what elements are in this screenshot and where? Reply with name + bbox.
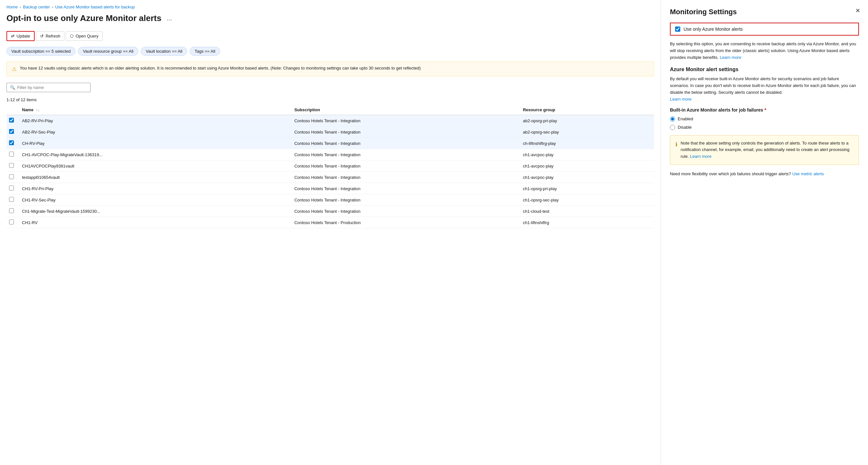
row-checkbox[interactable] xyxy=(9,208,14,213)
row-resource-group: ab2-opsrg-sec-play xyxy=(519,127,654,138)
row-name: CH-RV-Play xyxy=(18,138,290,149)
filters-row: Vault subscription == 5 selected Vault r… xyxy=(0,44,660,59)
option-desc-text: By selecting this option, you are consen… xyxy=(670,41,856,60)
breadcrumb-sep-2: › xyxy=(52,4,53,9)
row-resource-group: ch1-cloud-test xyxy=(519,206,654,217)
open-query-label: Open Query xyxy=(75,34,98,38)
th-checkbox xyxy=(6,105,18,115)
info-icon: ℹ xyxy=(676,140,677,149)
row-checkbox[interactable] xyxy=(9,152,14,157)
row-name: AB2-RV-Pri-Play xyxy=(18,115,290,127)
close-button[interactable]: ✕ xyxy=(854,6,862,15)
row-subscription: Contoso Hotels Tenant - Integration xyxy=(290,138,519,149)
ellipsis-button[interactable]: ... xyxy=(165,14,174,23)
row-resource-group: ch-liftnshiftrg-play xyxy=(519,138,654,149)
th-resource-group: Resource group xyxy=(519,105,654,115)
row-name: CH1-RV-Sec-Play xyxy=(18,194,290,206)
row-resource-group: ch1-opsrg-pri-play xyxy=(519,183,654,194)
filter-resource-group[interactable]: Vault resource group == All xyxy=(78,47,138,56)
th-name[interactable]: Name ↑↓ xyxy=(18,105,290,115)
page-title: Opt-in to use only Azure Monitor alerts xyxy=(6,13,161,23)
open-query-button[interactable]: ⬡ Open Query xyxy=(66,31,102,41)
radio-enabled-label: Enabled xyxy=(678,117,693,121)
items-count: 1-12 of 12 items xyxy=(0,96,660,105)
left-panel: Home › Backup center › Use Azure Monitor… xyxy=(0,0,661,465)
table-row: Ch1-Migrate-Test-MigrateVault-1599230...… xyxy=(6,206,654,217)
radio-title-row: Built-in Azure Monitor alerts for job fa… xyxy=(670,107,859,112)
row-subscription: Contoso Hotels Tenant - Integration xyxy=(290,127,519,138)
toolbar: ⇄ Update ↺ Refresh ⬡ Open Query xyxy=(0,29,660,44)
azure-monitor-label[interactable]: Use only Azure Monitor alerts xyxy=(684,27,743,32)
row-resource-group: ab2-opsrg-pri-play xyxy=(519,115,654,127)
refresh-button[interactable]: ↺ Refresh xyxy=(36,31,65,41)
filter-tags[interactable]: Tags == All xyxy=(190,47,220,56)
update-icon: ⇄ xyxy=(11,34,14,38)
th-subscription: Subscription xyxy=(290,105,519,115)
row-subscription: Contoso Hotels Tenant - Production xyxy=(290,217,519,228)
info-learn-more-link[interactable]: Learn more xyxy=(690,154,711,159)
refresh-label: Refresh xyxy=(45,34,61,38)
use-metric-alerts-link[interactable]: Use metric alerts xyxy=(792,171,824,176)
search-row: 🔍 xyxy=(0,79,660,96)
warning-text: You have 12 vaults using classic alerts … xyxy=(20,66,421,70)
breadcrumb-sep-1: › xyxy=(20,4,21,9)
sort-icon: ↑↓ xyxy=(36,108,39,112)
row-subscription: Contoso Hotels Tenant - Integration xyxy=(290,206,519,217)
table-row: CH1-RVContoso Hotels Tenant - Production… xyxy=(6,217,654,228)
table-row: CH1-RV-Sec-PlayContoso Hotels Tenant - I… xyxy=(6,194,654,206)
breadcrumb-current: Use Azure Monitor based alerts for backu… xyxy=(55,4,135,9)
row-checkbox[interactable] xyxy=(9,129,14,134)
row-checkbox[interactable] xyxy=(9,197,14,202)
row-subscription: Contoso Hotels Tenant - Integration xyxy=(290,160,519,172)
row-name: CH1AVCPOCPlay9381vault xyxy=(18,160,290,172)
row-resource-group: ch1-liftnshiftrg xyxy=(519,217,654,228)
page-title-row: Opt-in to use only Azure Monitor alerts … xyxy=(0,12,660,29)
refresh-icon: ↺ xyxy=(40,34,44,38)
filter-location[interactable]: Vault location == All xyxy=(141,47,187,56)
row-checkbox[interactable] xyxy=(9,140,14,145)
radio-enabled-input[interactable] xyxy=(670,117,675,122)
breadcrumb-backup-center[interactable]: Backup center xyxy=(23,4,50,9)
warning-bar: ⚠ You have 12 vaults using classic alert… xyxy=(6,61,654,76)
table-row: CH-RV-PlayContoso Hotels Tenant - Integr… xyxy=(6,138,654,149)
azure-monitor-option: Use only Azure Monitor alerts xyxy=(670,23,859,36)
row-subscription: Contoso Hotels Tenant - Integration xyxy=(290,172,519,183)
row-checkbox[interactable] xyxy=(9,220,14,224)
row-checkbox[interactable] xyxy=(9,163,14,168)
azure-monitor-checkbox[interactable] xyxy=(675,27,680,32)
search-input[interactable] xyxy=(17,85,87,90)
row-checkbox[interactable] xyxy=(9,186,14,191)
row-name: CH1-RV-Pri-Play xyxy=(18,183,290,194)
section-description: By default you will receive built-in Azu… xyxy=(670,76,859,102)
table-row: testappl010654vaultContoso Hotels Tenant… xyxy=(6,172,654,183)
radio-disable[interactable]: Disable xyxy=(670,125,859,130)
row-name: AB2-RV-Sec-Play xyxy=(18,127,290,138)
learn-more-link-1[interactable]: Learn more xyxy=(720,55,741,60)
table-row: CH1-AVCPOC-Play-MigrateVault-136319...Co… xyxy=(6,149,654,160)
info-box-content: Note that the above setting only control… xyxy=(681,140,854,160)
filter-subscription[interactable]: Vault subscription == 5 selected xyxy=(6,47,75,56)
row-name: testappl010654vault xyxy=(18,172,290,183)
row-resource-group: ch1-avcpoc-play xyxy=(519,172,654,183)
row-subscription: Contoso Hotels Tenant - Integration xyxy=(290,115,519,127)
flexibility-text: Need more flexibility over which job fai… xyxy=(670,171,791,176)
row-resource-group: ch1-avcpoc-play xyxy=(519,149,654,160)
panel-title: Monitoring Settings xyxy=(670,8,859,16)
update-button[interactable]: ⇄ Update xyxy=(6,31,35,41)
row-checkbox[interactable] xyxy=(9,174,14,179)
radio-group: Enabled Disable xyxy=(670,117,859,130)
table-row: AB2-RV-Sec-PlayContoso Hotels Tenant - I… xyxy=(6,127,654,138)
open-query-icon: ⬡ xyxy=(70,34,73,38)
radio-enabled[interactable]: Enabled xyxy=(670,117,859,122)
breadcrumb-home[interactable]: Home xyxy=(6,4,18,9)
row-subscription: Contoso Hotels Tenant - Integration xyxy=(290,194,519,206)
row-resource-group: ch1-avcpoc-play xyxy=(519,160,654,172)
flexibility-row: Need more flexibility over which job fai… xyxy=(670,171,859,176)
search-icon: 🔍 xyxy=(10,85,15,90)
learn-more-link-2[interactable]: Learn more xyxy=(670,97,691,102)
radio-disable-label: Disable xyxy=(678,125,692,130)
row-checkbox[interactable] xyxy=(9,118,14,123)
table-wrap: Name ↑↓ Subscription Resource group AB2-… xyxy=(0,105,660,228)
radio-disable-input[interactable] xyxy=(670,125,675,130)
th-name-label: Name xyxy=(22,107,33,112)
